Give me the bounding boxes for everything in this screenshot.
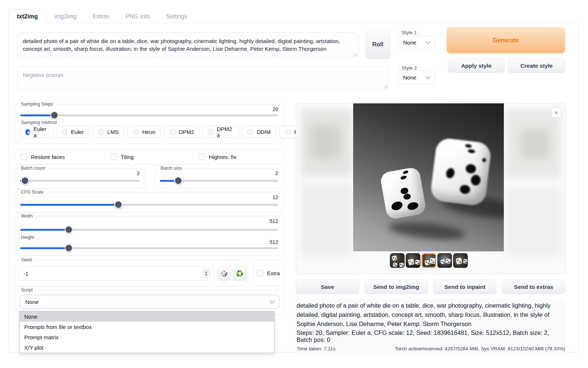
- batch-size-slider[interactable]: [160, 180, 278, 182]
- radio-label: Euler: [71, 129, 84, 135]
- blurred-preview: [505, 186, 561, 256]
- height-slider[interactable]: [20, 247, 278, 249]
- tab-bar: txt2img img2img Extras PNG Info Settings: [8, 9, 195, 24]
- menu-item-prompts-from-file[interactable]: Prompts from file or textbox: [20, 322, 274, 332]
- batch-count-group: Batch count 2: [15, 168, 145, 189]
- cfg-scale-slider[interactable]: [20, 204, 278, 206]
- blurred-preview: [520, 129, 550, 159]
- tiling-checkbox[interactable]: Tiling: [104, 149, 193, 164]
- close-glyph: ×: [555, 110, 558, 116]
- thumbnail-3-selected[interactable]: [422, 253, 436, 268]
- batch-count-value: 2: [137, 170, 140, 176]
- radio-ddim[interactable]: DDIM: [242, 126, 276, 138]
- menu-item-prompt-matrix[interactable]: Prompt matrix: [20, 332, 274, 342]
- checkbox-icon: [198, 153, 205, 160]
- radio-euler[interactable]: Euler: [56, 126, 89, 138]
- radio-euler-a[interactable]: Euler a: [20, 126, 53, 138]
- blurred-preview: [311, 125, 340, 159]
- height-value: 512: [270, 239, 278, 245]
- checkbox-label: Restore faces: [31, 154, 65, 160]
- radio-label: Heun: [142, 129, 155, 135]
- radio-label: DPM2: [179, 129, 194, 135]
- tab-png-info[interactable]: PNG Info: [118, 9, 158, 24]
- style1-value: None: [403, 39, 416, 46]
- width-label: Width: [18, 213, 36, 219]
- radio-dpm2-a[interactable]: DPM2 a: [203, 126, 239, 138]
- roll-button[interactable]: Roll: [366, 30, 390, 59]
- radio-label: DDIM: [257, 129, 270, 135]
- thumbnail-4[interactable]: [437, 253, 452, 268]
- slider-handle[interactable]: [21, 177, 29, 185]
- die-right: [430, 137, 492, 207]
- style2-select[interactable]: None: [398, 71, 435, 84]
- thumbnail-5[interactable]: [453, 253, 468, 268]
- sampling-steps-value: 20: [272, 106, 278, 112]
- batch-size-label: Batch size: [158, 165, 185, 171]
- slider-handle[interactable]: [174, 177, 182, 185]
- generated-image[interactable]: [353, 103, 504, 251]
- send-to-extras-button[interactable]: Send to extras: [502, 280, 565, 294]
- sampling-steps-label: Sampling Steps: [18, 101, 56, 107]
- slider-handle[interactable]: [50, 111, 58, 119]
- info-prompt-text: detailed photo of a pair of white die on…: [297, 301, 565, 329]
- prompt-input[interactable]: detailed photo of a pair of white die on…: [17, 32, 358, 57]
- thumbnail-2[interactable]: [406, 253, 420, 268]
- generate-button[interactable]: Generate: [447, 27, 565, 53]
- radio-label: DPM2 a: [217, 126, 233, 138]
- batch-size-value: 2: [275, 170, 278, 176]
- script-select[interactable]: None: [20, 295, 279, 309]
- negative-prompt-input[interactable]: [17, 66, 388, 89]
- batch-count-slider[interactable]: [20, 180, 140, 182]
- create-style-button[interactable]: Create style: [508, 59, 565, 73]
- send-to-img2img-button[interactable]: Send to img2img: [365, 280, 428, 294]
- radio-dpm2[interactable]: DPM2: [164, 126, 200, 138]
- sampling-method-radios: Euler a Euler LMS Heun DPM2 DPM2 a DDIM …: [20, 126, 315, 138]
- sampling-steps-slider[interactable]: [20, 114, 278, 116]
- tab-settings[interactable]: Settings: [158, 9, 196, 24]
- width-slider[interactable]: [20, 229, 278, 231]
- output-gallery: ×: [296, 103, 566, 274]
- radio-selected-icon: [25, 129, 30, 135]
- negative-prompt-box: [17, 66, 388, 89]
- close-icon[interactable]: ×: [551, 108, 561, 118]
- style1-select[interactable]: None: [398, 36, 435, 49]
- die-shadow: [387, 219, 466, 243]
- seed-input[interactable]: -1 ▲▼: [18, 266, 214, 281]
- script-dropdown-menu: None Prompts from file or textbox Prompt…: [19, 311, 275, 353]
- radio-lms[interactable]: LMS: [93, 126, 124, 138]
- tab-txt2img[interactable]: txt2img: [8, 9, 46, 24]
- slider-handle[interactable]: [65, 226, 73, 234]
- save-button[interactable]: Save: [296, 280, 359, 294]
- radio-heun[interactable]: Heun: [128, 126, 161, 138]
- batch-count-label: Batch count: [18, 165, 48, 171]
- seed-stepper[interactable]: ▲▼: [202, 268, 211, 279]
- menu-item-none[interactable]: None: [20, 311, 274, 322]
- extra-checkbox[interactable]: Extra: [257, 270, 280, 276]
- output-actions: Save Send to img2img Send to inpaint Sen…: [296, 280, 565, 294]
- tab-img2img[interactable]: img2img: [46, 9, 85, 24]
- thumbnail-1[interactable]: [390, 253, 405, 268]
- checkbox-icon: [21, 153, 27, 160]
- send-to-inpaint-button[interactable]: Send to inpaint: [433, 280, 496, 294]
- time-taken-text: Time taken: 7.11s: [297, 346, 336, 351]
- highres-fix-checkbox[interactable]: Highres. fix: [193, 149, 283, 164]
- tab-extras[interactable]: Extras: [85, 9, 117, 24]
- random-seed-dice-button[interactable]: 🎲: [217, 266, 231, 281]
- script-label: Script: [18, 287, 36, 293]
- recycle-icon: ♻️: [236, 270, 243, 277]
- prompt-box: detailed photo of a pair of white die on…: [17, 32, 358, 57]
- restore-faces-checkbox[interactable]: Restore faces: [15, 149, 104, 164]
- apply-style-button[interactable]: Apply style: [448, 59, 505, 73]
- reuse-seed-recycle-button[interactable]: ♻️: [233, 266, 247, 281]
- checkbox-label: Extra: [267, 270, 280, 276]
- slider-handle[interactable]: [65, 244, 73, 252]
- height-label: Height: [18, 234, 37, 241]
- slider-handle[interactable]: [114, 201, 122, 209]
- radio-icon: [208, 129, 213, 135]
- chevron-down-icon: [270, 299, 275, 304]
- radio-label: Euler a: [33, 126, 47, 138]
- seed-value: -1: [24, 270, 202, 277]
- seed-extra-group: Extra: [253, 260, 284, 286]
- radio-icon: [62, 129, 68, 135]
- menu-item-xy-plot[interactable]: X/Y plot: [20, 342, 274, 353]
